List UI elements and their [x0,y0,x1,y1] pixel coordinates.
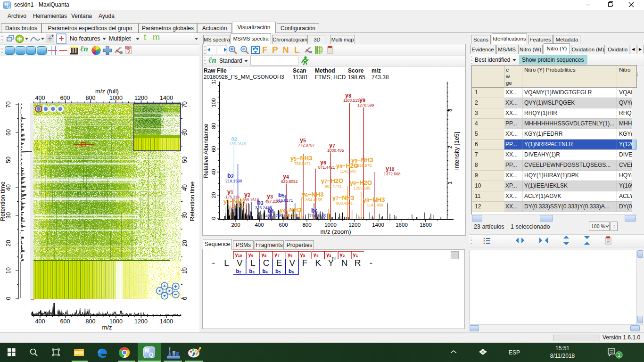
svg-text:3: 3 [447,109,453,112]
svg-text:a2: a2 [231,135,237,142]
svg-text:y8: y8 [262,252,267,258]
svg-text:20: 20 [182,240,188,247]
svg-text:1000: 1000 [109,95,123,101]
svg-text:y1−NH3: y1−NH3 [223,198,245,205]
svg-text:10: 10 [5,267,12,274]
svg-text:1000: 1000 [324,222,337,228]
svg-text:1160.515: 1160.515 [343,98,360,103]
svg-text:m/z (full): m/z (full) [95,88,119,95]
svg-text:60: 60 [5,129,12,136]
svg-text:982.4741: 982.4741 [325,184,342,189]
svg-text:50: 50 [182,156,188,163]
svg-text:y7−NH3: y7−NH3 [332,194,354,201]
svg-text:30: 30 [182,212,188,219]
svg-text:1200: 1200 [134,318,148,325]
svg-text:400: 400 [35,318,45,325]
svg-text:E: E [276,258,282,268]
svg-text:V: V [289,258,296,268]
svg-text:1200: 1200 [348,222,361,228]
svg-text:y7: y7 [329,141,335,148]
svg-text:y9−NH3: y9−NH3 [351,156,373,164]
svg-text:N: N [341,258,348,268]
svg-text:10: 10 [182,267,188,274]
svg-text:F: F [302,258,308,268]
svg-text:R: R [355,258,361,268]
svg-text:m/z (zoom): m/z (zoom) [321,228,351,235]
svg-text:1278.599: 1278.599 [357,103,374,107]
svg-text:625.8052: 625.8052 [281,179,298,184]
svg-text:y3: y3 [267,192,273,199]
svg-text:y7: y7 [274,252,280,258]
svg-text:800: 800 [302,222,311,228]
svg-text:Intensity [1e5]: Intensity [1e5] [453,132,460,170]
svg-text:600: 600 [279,222,288,228]
svg-text:1256.578: 1256.578 [355,163,372,168]
svg-text:120: 120 [211,80,216,84]
svg-text:600: 600 [60,95,70,101]
svg-text:600: 600 [60,318,70,325]
svg-text:871.4421: 871.4421 [318,165,335,170]
svg-text:200: 200 [231,222,240,228]
svg-text:L: L [250,258,256,268]
svg-text:y5: y5 [300,136,306,143]
svg-text:y4: y4 [283,173,289,180]
svg-text:1800: 1800 [420,222,432,228]
svg-text:80: 80 [211,123,216,129]
svg-text:755.8471: 755.8471 [294,161,311,166]
svg-text:772.8787: 772.8787 [298,143,315,148]
svg-text:y5−NH3: y5−NH3 [290,155,312,162]
svg-text:C: C [263,258,270,268]
svg-text:854.4155: 854.4155 [305,197,322,202]
svg-text:40: 40 [182,184,188,191]
svg-text:Relative Abundance: Relative Abundance [203,123,209,178]
svg-text:20: 20 [5,240,12,247]
svg-text:y9−H2O: y9−H2O [350,179,372,186]
svg-text:b2: b2 [236,268,241,274]
svg-text:400: 400 [35,95,45,101]
svg-text:1400: 1400 [160,95,173,101]
svg-text:-: - [212,258,215,268]
svg-text:218.1598: 218.1598 [225,179,242,183]
svg-text:1: 1 [618,353,620,358]
svg-text:y9: y9 [359,96,365,103]
svg-text:1142.505: 1142.505 [340,169,356,173]
svg-text:158.0924: 158.0924 [227,205,244,209]
svg-text:b6: b6 [289,268,294,274]
svg-text:y1: y1 [353,252,358,258]
svg-text:Q: Q [149,352,153,358]
svg-text:1200: 1200 [134,95,148,101]
svg-text:1143.489: 1143.489 [367,203,383,207]
svg-text:y1: y1 [227,188,233,195]
svg-text:1400: 1400 [372,222,384,228]
svg-text:y6: y6 [320,158,326,165]
svg-text:1600: 1600 [396,222,408,228]
svg-text:y7−H2O: y7−H2O [321,177,343,184]
svg-text:V: V [237,258,243,268]
svg-text:1: 1 [447,181,453,184]
svg-text:y8: y8 [345,91,351,99]
svg-text:y8−NH3: y8−NH3 [363,196,385,203]
svg-text:0: 0 [182,296,188,300]
svg-text:ni: ni [332,255,336,261]
svg-text:y4−NH3: y4−NH3 [280,206,301,214]
svg-text:50: 50 [5,156,12,163]
svg-text:L: L [224,258,229,268]
svg-text:70: 70 [182,101,188,108]
svg-text:y10: y10 [235,252,242,258]
svg-text:0: 0 [5,296,12,300]
svg-text:b4: b4 [267,207,274,214]
svg-text:1400: 1400 [160,318,173,325]
svg-text:y2: y2 [340,252,345,258]
svg-text:y5: y5 [300,252,305,258]
svg-text:608.2787: 608.2787 [283,213,300,218]
svg-text:714.8835: 714.8835 [309,214,326,218]
svg-text:y6: y6 [288,252,293,258]
svg-text:497.2108: 497.2108 [265,199,282,204]
svg-text:Retention time: Retention time [0,181,6,221]
svg-text:m/z: m/z [102,324,112,331]
svg-text:486.2745: 486.2745 [265,214,282,218]
svg-text:y3: y3 [326,252,331,258]
svg-text:y9: y9 [248,252,254,258]
svg-text:1000.485: 1000.485 [327,148,344,153]
svg-text:Retention time: Retention time [189,181,196,221]
